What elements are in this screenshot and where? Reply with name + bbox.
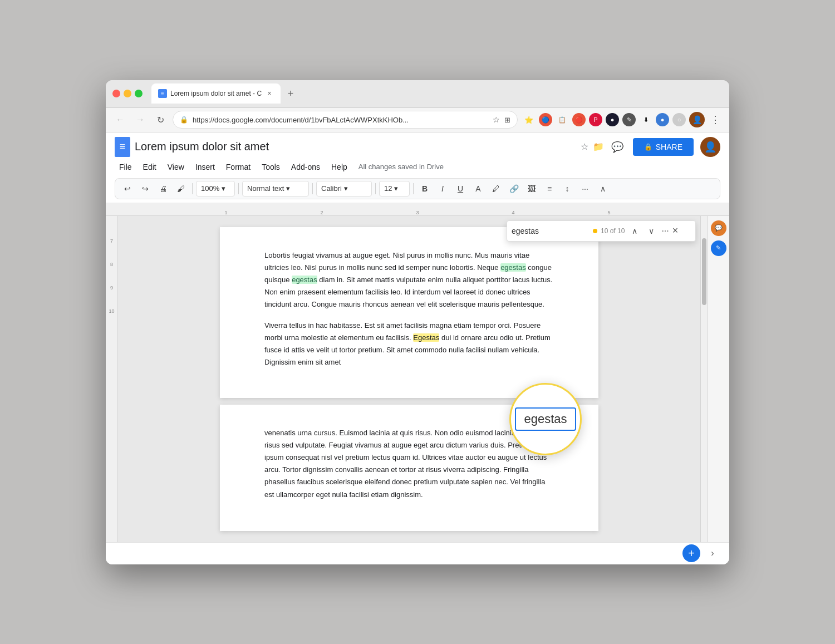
line-spacing-button[interactable]: ↕ [559, 181, 575, 196]
ext-icon-7[interactable]: ✎ [622, 113, 636, 126]
main-area: 7 8 9 10 10 of 10 ∧ ∨ ··· × Lobortis fe [106, 216, 729, 542]
tab-close-button[interactable]: × [265, 89, 274, 98]
url-text: https://docs.google.com/document/d/1bvFb… [193, 116, 488, 124]
highlight-button[interactable]: 🖊 [488, 181, 504, 196]
menu-addons[interactable]: Add-ons [287, 160, 325, 174]
font-value: Calibri [321, 184, 342, 193]
sidebar-edit-icon[interactable]: ✎ [711, 240, 726, 256]
font-dropdown-icon: ▾ [344, 184, 348, 193]
ext-icon-2[interactable]: 🔵 [539, 113, 552, 126]
address-bar: ← → ↻ 🔒 https://docs.google.com/document… [106, 108, 729, 132]
bottom-bar: + › [106, 542, 729, 564]
print-button[interactable]: 🖨 [155, 181, 171, 196]
underline-button[interactable]: U [453, 181, 468, 196]
font-size-select[interactable]: 12 ▾ [379, 181, 410, 196]
menu-edit[interactable]: Edit [139, 160, 161, 174]
ext-icon-sync[interactable]: ○ [672, 113, 686, 126]
ruler-mark-1: 1 [178, 210, 274, 215]
url-bar[interactable]: 🔒 https://docs.google.com/document/d/1bv… [173, 111, 518, 129]
bookmark-star-icon[interactable]: ☆ [493, 115, 500, 124]
menu-help[interactable]: Help [327, 160, 352, 174]
docs-title-row: ≡ Lorem ipsum dolor sit amet ☆ 📁 💬 🔒 SHA… [115, 137, 720, 157]
find-close-button[interactable]: × [672, 225, 679, 237]
docs-title-actions: ☆ 📁 [581, 141, 604, 152]
find-replace-bar: 10 of 10 ∧ ∨ ··· × [507, 220, 696, 242]
minimize-window-button[interactable] [124, 90, 131, 97]
saved-status: All changes saved in Drive [358, 163, 444, 171]
ext-icon-6[interactable]: ● [606, 113, 619, 126]
undo-button[interactable]: ↩ [120, 181, 135, 196]
text-color-button[interactable]: A [470, 181, 486, 196]
forward-button[interactable]: → [132, 112, 148, 127]
find-status-dot [593, 229, 597, 233]
more-button[interactable]: ··· [577, 181, 593, 196]
menu-view[interactable]: View [163, 160, 189, 174]
toolbar-divider-1 [192, 183, 193, 194]
menu-file[interactable]: File [115, 160, 136, 174]
style-select[interactable]: Normal text ▾ [242, 181, 309, 196]
ext-icon-8[interactable]: ⬇ [639, 113, 652, 126]
highlight-egestas-1: egestas [500, 263, 526, 272]
highlight-egestas-current: Egestas [413, 333, 439, 342]
font-size-dropdown-icon: ▾ [394, 184, 398, 193]
ruler-vmark-8: 8 [110, 262, 113, 267]
collapse-button[interactable]: ∧ [595, 181, 611, 196]
menu-insert[interactable]: Insert [191, 160, 219, 174]
browser-profile-icon[interactable]: 👤 [689, 112, 705, 127]
insert-image-button[interactable]: 🖼 [524, 181, 539, 196]
font-select[interactable]: Calibri ▾ [316, 181, 372, 196]
share-button[interactable]: 🔒 SHARE [633, 138, 694, 156]
ruler-mark-2: 2 [274, 210, 370, 215]
reload-button[interactable]: ↻ [153, 112, 168, 127]
new-tab-button[interactable]: + [283, 86, 298, 101]
sidebar-chat-icon[interactable]: 💬 [711, 220, 726, 236]
right-sidebar: 💬 ✎ [707, 216, 729, 542]
horizontal-ruler: 1 2 3 4 5 [106, 203, 729, 216]
paint-format-button[interactable]: 🖌 [173, 181, 189, 196]
ext-icon-5[interactable]: P [589, 113, 602, 126]
ext-icon-4[interactable]: 🔴 [572, 113, 586, 126]
vertical-ruler: 7 8 9 10 [106, 216, 118, 542]
share-label: SHARE [656, 142, 682, 151]
browser-menu-button[interactable]: ⋮ [708, 114, 723, 126]
ext-icon-1[interactable]: ⭐ [522, 113, 536, 126]
lock-icon: 🔒 [180, 116, 188, 124]
toolbar-divider-4 [375, 183, 376, 194]
paragraph-1: Lobortis feugiat vivamus at augue eget. … [264, 249, 554, 311]
scrollbar[interactable] [700, 216, 707, 542]
close-window-button[interactable] [112, 90, 120, 97]
scrollbar-thumb[interactable] [702, 238, 706, 305]
browser-extensions: ⭐ 🔵 📋 🔴 P ● ✎ ⬇ ● ○ 👤 ⋮ [522, 112, 723, 127]
next-page-button[interactable]: › [705, 545, 720, 561]
find-search-input[interactable] [512, 227, 590, 235]
link-button[interactable]: 🔗 [506, 181, 522, 196]
bold-button[interactable]: B [417, 181, 433, 196]
star-icon[interactable]: ☆ [581, 141, 588, 152]
italic-button[interactable]: I [435, 181, 450, 196]
add-page-button[interactable]: + [682, 544, 700, 562]
ext-icon-3[interactable]: 📋 [556, 113, 569, 126]
menu-format[interactable]: Format [222, 160, 255, 174]
ext-icon-profile[interactable]: ● [656, 113, 669, 126]
user-avatar[interactable]: 👤 [700, 137, 720, 157]
toolbar-divider-5 [413, 183, 414, 194]
toolbar-divider-2 [238, 183, 239, 194]
paragraph-2: Viverra tellus in hac habitasse. Est sit… [264, 319, 554, 368]
redo-button[interactable]: ↪ [137, 181, 153, 196]
zoom-value: 100% [201, 184, 219, 193]
tab-bar: Lorem ipsum dolor sit amet - C × + [151, 83, 723, 104]
fullscreen-window-button[interactable] [135, 90, 143, 97]
comments-button[interactable]: 💬 [608, 138, 626, 156]
zoom-select[interactable]: 100% ▾ [196, 181, 235, 196]
find-next-button[interactable]: ∨ [645, 224, 658, 238]
align-button[interactable]: ≡ [542, 181, 557, 196]
ruler-vmark-7: 7 [110, 238, 113, 244]
find-prev-button[interactable]: ∧ [628, 224, 641, 238]
menu-tools[interactable]: Tools [257, 160, 284, 174]
zoomed-word-container: egestas [509, 383, 582, 455]
style-dropdown-icon: ▾ [286, 184, 290, 193]
back-button[interactable]: ← [112, 112, 128, 127]
active-tab[interactable]: Lorem ipsum dolor sit amet - C × [151, 83, 281, 104]
folder-icon[interactable]: 📁 [593, 141, 604, 152]
find-more-options-button[interactable]: ··· [661, 226, 669, 236]
